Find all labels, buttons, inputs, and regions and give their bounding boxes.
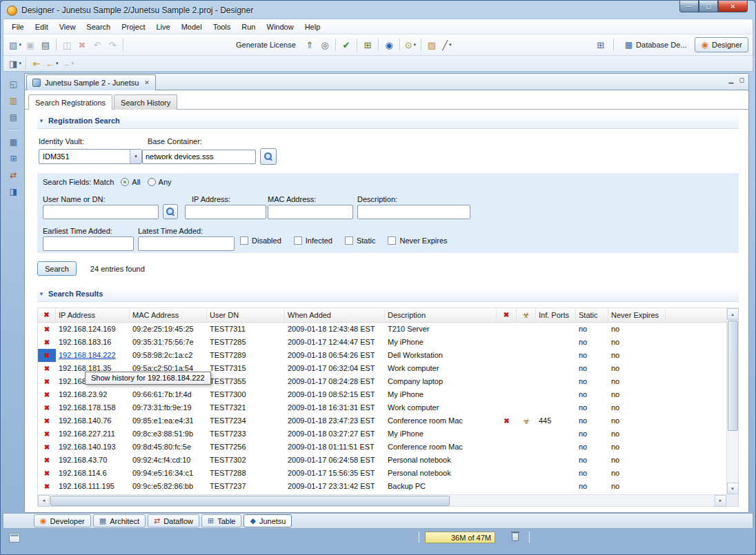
earliest-time-input[interactable] [43, 236, 134, 251]
table-editor-icon[interactable]: ⊞ [7, 152, 21, 165]
column-header-when-added[interactable]: When Added [285, 308, 385, 322]
fast-view-button[interactable] [9, 533, 20, 543]
result-row[interactable]: ✖192.168.184.22209:58:98:2c:1a:c2TEST728… [38, 349, 726, 362]
combo-dropdown-icon[interactable]: ▾ [130, 150, 141, 163]
column-header-inf-ports[interactable]: Inf. Ports [536, 308, 576, 322]
delete-entry-icon[interactable]: ✖ [44, 379, 50, 385]
scroll-right-button[interactable]: ► [715, 495, 726, 507]
column-header-static[interactable]: Static [576, 308, 608, 322]
pin-editor-button[interactable]: ◨▾ [8, 56, 23, 71]
delete-entry-icon[interactable]: ✖ [44, 352, 50, 359]
row-delete-cell[interactable]: ✖ [38, 375, 56, 388]
checkbox-infected[interactable]: Infected [294, 236, 332, 245]
minimize-editor-icon[interactable]: ▁ [729, 77, 734, 83]
checkbox-never-expires[interactable]: Never Expires [388, 236, 447, 245]
base-container-input[interactable] [142, 150, 256, 164]
properties-view-icon[interactable]: ▦ [7, 135, 21, 148]
ip-address-cell[interactable]: 192.168.23.92 [56, 388, 130, 401]
result-row[interactable]: ✖192.168.111.19509:9c:e5:82:86:bbTEST723… [38, 480, 726, 493]
result-row[interactable]: ✖192.168.178.15809:73:31:fb:9e:19TEST732… [38, 401, 726, 414]
menu-file[interactable]: File [6, 21, 30, 33]
checkbox-box[interactable] [240, 236, 248, 245]
description-input[interactable] [357, 205, 470, 219]
open-perspective-button[interactable]: ⊞ [593, 37, 608, 52]
menu-help[interactable]: Help [299, 21, 326, 33]
delete-entry-icon[interactable]: ✖ [44, 418, 50, 425]
user-dn-browse-button[interactable] [163, 204, 178, 219]
row-delete-cell[interactable]: ✖ [38, 362, 56, 375]
delete-entry-icon[interactable]: ✖ [44, 457, 50, 464]
browse-web-button[interactable]: ◉ [381, 37, 397, 52]
dropdown-arrow-icon[interactable]: ▾ [72, 61, 74, 66]
ip-address-cell[interactable]: 192.168.124.169 [56, 323, 130, 336]
row-delete-cell[interactable]: ✖ [38, 480, 56, 493]
new-wizard-button[interactable]: ▧▾ [8, 37, 23, 52]
result-row[interactable]: ✖192.168.140.19309:8d:45:80:fc:5eTEST725… [38, 441, 726, 454]
horizontal-scroll-thumb[interactable] [50, 496, 450, 506]
checkbox-box[interactable] [345, 236, 353, 245]
title-bar[interactable]: Designer - Junetsu Sample 2/Junetsu Samp… [3, 1, 753, 19]
license-search-button[interactable]: ◎ [317, 37, 332, 52]
dropdown-arrow-icon[interactable]: ▾ [56, 61, 59, 66]
delete-entry-icon[interactable]: ✖ [44, 326, 50, 333]
mac-address-input[interactable] [268, 205, 353, 219]
row-delete-cell[interactable]: ✖ [38, 401, 56, 414]
column-header-description[interactable]: Description [385, 308, 497, 322]
outline-view-icon[interactable]: ▤ [7, 110, 21, 123]
column-header-delete[interactable]: ✖ [38, 308, 56, 322]
radio-match-any[interactable]: Any [148, 178, 172, 186]
perspective-tab-developer[interactable]: ◉Developer [34, 514, 91, 527]
search-button[interactable]: Search [37, 261, 77, 276]
column-header-user-dn[interactable]: User DN [207, 308, 285, 322]
delete-entry-icon[interactable]: ✖ [44, 483, 50, 490]
menu-run[interactable]: Run [236, 21, 261, 33]
ip-address-cell[interactable]: 192.168.114.6 [56, 467, 130, 480]
menu-search[interactable]: Search [81, 21, 116, 33]
row-delete-cell[interactable]: ✖ [38, 323, 56, 336]
ip-address-input[interactable] [185, 205, 266, 219]
ip-address-cell[interactable]: 192.168.227.211 [56, 427, 130, 441]
delete-entry-icon[interactable]: ✖ [44, 444, 50, 451]
ip-address-cell[interactable]: 192.168.183.16 [56, 336, 130, 349]
horizontal-scrollbar[interactable]: ◄ ► [38, 494, 726, 506]
policy-set-icon[interactable]: ◨ [7, 185, 21, 198]
open-project-button[interactable]: ▨ [424, 37, 439, 52]
tools-button[interactable]: ╱▾ [439, 37, 455, 52]
identity-vault-select[interactable]: IDM351 ▾ [39, 149, 142, 164]
ip-address-cell[interactable]: 192.168.140.76 [56, 414, 130, 427]
garbage-collect-button[interactable] [508, 531, 523, 544]
row-delete-cell[interactable]: ✖ [38, 349, 56, 362]
dropdown-arrow-icon[interactable]: ▾ [414, 42, 417, 48]
user-dn-input[interactable] [43, 205, 159, 219]
ip-address-cell[interactable]: 192.168.178.158 [56, 401, 130, 414]
result-row[interactable]: ✖192.168.140.7609:85:e1:ea:e4:31TEST7234… [38, 414, 726, 427]
column-header-ip[interactable]: IP Address [56, 308, 130, 322]
vertical-scrollbar[interactable]: ▲ ▼ [726, 308, 738, 494]
menu-edit[interactable]: Edit [30, 21, 54, 33]
tab-search-registrations[interactable]: Search Registrations [28, 94, 112, 110]
result-row[interactable]: ✖192.168.183.1609:35:31:75:56:7eTEST7285… [38, 336, 726, 349]
delete-entry-icon[interactable]: ✖ [44, 405, 50, 412]
keys-button[interactable]: ⊙▾ [403, 37, 418, 52]
generate-license-button[interactable]: Generate License [230, 41, 302, 49]
result-row[interactable]: ✖192.168.114.609:94:e5:16:34:c1TEST72882… [38, 467, 726, 480]
database-perspective-button[interactable]: ▦ Database De... [619, 37, 693, 52]
scroll-left-button[interactable]: ◄ [38, 495, 50, 507]
ip-address-cell[interactable]: 192.168.111.195 [56, 480, 130, 493]
menu-view[interactable]: View [54, 21, 81, 33]
column-header-quarantine[interactable]: ✖ [497, 308, 517, 322]
delete-entry-icon[interactable]: ✖ [44, 339, 50, 346]
restore-editor-icon[interactable]: ◱ [7, 77, 21, 90]
row-delete-cell[interactable]: ✖ [38, 336, 56, 349]
column-header-mac[interactable]: MAC Address [130, 308, 207, 322]
row-delete-cell[interactable]: ✖ [38, 427, 56, 441]
menu-project[interactable]: Project [116, 21, 150, 33]
back-button[interactable]: ←▾ [44, 56, 60, 71]
editor-tab-junetsu-sample-2[interactable]: Junetsu Sample 2 - Junetsu ✕ [26, 74, 156, 90]
collapse-section-icon[interactable]: ▼ [39, 118, 44, 124]
scroll-up-button[interactable]: ▲ [727, 308, 739, 320]
delete-entry-icon[interactable]: ✖ [44, 431, 50, 438]
menu-tools[interactable]: Tools [208, 21, 237, 33]
delete-entry-icon[interactable]: ✖ [44, 392, 50, 398]
ip-address-cell[interactable]: 192.168.184.222 [56, 349, 130, 362]
